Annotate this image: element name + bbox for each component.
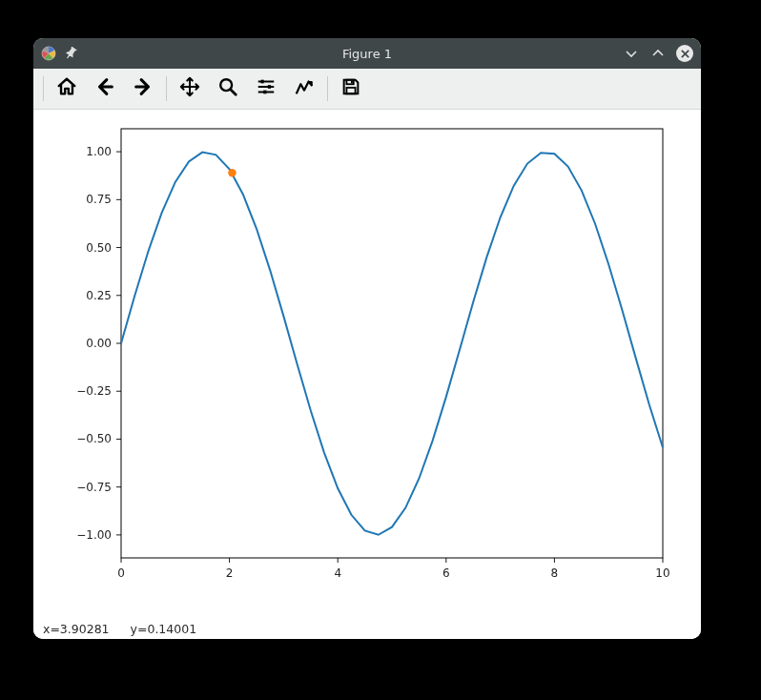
move-icon [179,76,200,101]
y-tick-label: −0.50 [76,432,112,445]
zoom-button[interactable] [209,72,247,106]
x-tick-label: 8 [551,566,559,580]
plot-area[interactable]: 0246810−1.00−0.75−0.50−0.250.000.250.500… [33,110,701,618]
status-bar: x=3.90281 y=0.14001 [33,618,701,639]
save-icon [340,76,361,101]
sliders-icon [256,76,277,101]
cursor-y-readout: y=0.14001 [131,622,197,636]
home-icon [56,76,77,101]
svg-rect-7 [351,81,353,84]
figure-window: Figure 1 0246810−1.00−0.75−0.50−0.250.00… [33,38,701,639]
maximize-button[interactable] [649,45,667,62]
line-sin [121,153,663,535]
data-marker [228,169,236,176]
svg-rect-4 [263,91,266,94]
app-icon [41,46,56,61]
svg-rect-3 [268,85,271,89]
y-tick-label: 0.50 [86,241,112,255]
y-tick-label: 0.25 [86,289,112,302]
zoom-icon [217,76,238,101]
lineedit-icon [294,76,315,101]
y-tick-label: −1.00 [76,528,112,542]
y-tick-label: 0.75 [86,193,112,206]
toolbar-separator [327,76,328,101]
x-tick-label: 10 [655,566,669,580]
subplots-button[interactable] [247,72,285,106]
y-tick-label: 1.00 [86,145,112,158]
titlebar: Figure 1 [33,38,701,69]
toolbar-separator [166,76,167,101]
y-tick-label: 0.00 [86,337,112,350]
pan-button[interactable] [171,72,209,106]
save-button[interactable] [332,72,370,106]
close-button[interactable] [676,45,693,62]
x-tick-label: 4 [334,566,341,580]
y-tick-label: −0.75 [76,481,112,494]
x-tick-label: 0 [117,566,125,580]
axes-frame [121,129,663,558]
x-tick-label: 6 [442,566,450,580]
forward-button[interactable] [124,72,162,106]
back-button[interactable] [86,72,124,106]
toolbar [33,69,701,110]
cursor-x-readout: x=3.90281 [43,622,110,636]
x-tick-label: 2 [226,566,234,580]
pin-icon[interactable] [62,45,79,62]
svg-rect-2 [261,80,264,84]
left-icon [94,76,115,101]
minimize-button[interactable] [623,45,640,62]
edit-button[interactable] [285,72,323,106]
y-tick-label: −0.25 [76,384,112,398]
window-title: Figure 1 [155,47,579,61]
home-button[interactable] [48,72,86,106]
right-icon [133,76,154,101]
